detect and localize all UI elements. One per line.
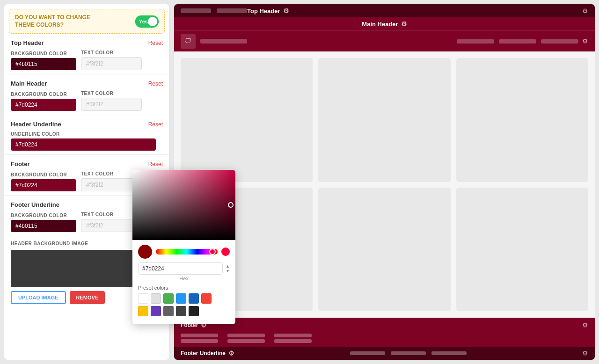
hue-slider[interactable] [156,249,218,255]
preview-nav-links [247,39,578,44]
footer-underline-section-title: Footer Underline [11,201,59,208]
main-header-gear-icon: ⚙ [401,20,407,28]
preset-lightgray[interactable] [151,293,161,304]
main-header-section: Main Header Reset BACKGROUND COLOR #7d02… [4,74,169,115]
hex-arrow-down[interactable]: ▼ [226,269,230,273]
header-underline-section-header: Header Underline Reset [11,121,163,128]
preview-main-header-title: Main Header ⚙ [362,20,407,28]
header-underline-color-field: UNDERLINE COLOR #7d0224 [11,131,163,151]
preview-top-header: Top Header ⚙ ⚙ [174,4,595,17]
footer-link-4 [227,339,265,343]
preview-card-2 [318,58,450,182]
top-header-reset-btn[interactable]: Reset [148,40,163,46]
preview-nav-placeholder [200,39,247,44]
top-header-bg-color-input[interactable]: #4b0115 [11,58,76,70]
footer-underline-right-gear: ⚙ [582,349,588,357]
preset-amber[interactable] [138,306,148,316]
picker-hex-input[interactable] [138,262,223,275]
main-header-text-label: TEXT COLOR [81,91,142,96]
footer-right-gear-icon: ⚙ [582,321,588,329]
preset-blue[interactable] [176,293,186,304]
preset-green[interactable] [163,293,174,304]
footer-section-header: Footer Reset [11,160,163,167]
hex-arrow-up[interactable]: ▲ [226,264,230,269]
top-header-color-row: BACKGROUND COLOR #4b0115 TEXT COLOR #f3f… [11,50,163,70]
preview-content [174,51,595,318]
remove-image-button[interactable]: REMOVE [70,291,105,304]
main-header-text-color-input[interactable]: #f3f2f2 [81,98,142,111]
preview-footer-col-2 [227,334,265,343]
footer-reset-btn[interactable]: Reset [148,161,163,167]
footer-bg-color-input[interactable]: #7d0224 [11,179,76,191]
hue-cursor [209,248,216,255]
theme-toggle-question: DO YOU WANT TO CHANGE THEME COLORS? [15,14,109,29]
color-spectrum[interactable] [132,170,235,240]
preview-nav-logo: 🛡 [181,34,196,49]
theme-toggle-switch[interactable]: Yes [135,15,159,28]
preview-footer-underline: Footer Underline ⚙ ⚙ [174,347,595,360]
footer-underline-bg-field: BACKGROUND COLOR #4b0115 [11,213,76,232]
preset-purple[interactable] [151,306,161,316]
nav-gear-icon: ⚙ [582,37,588,45]
top-header-section-header: Top Header Reset [11,39,163,46]
preset-darkblue[interactable] [189,293,199,304]
preset-colors-label: Preset colors [138,285,230,291]
preview-footer-col-3 [274,334,312,343]
preview-card-6 [456,188,588,312]
header-underline-section: Header Underline Reset UNDERLINE COLOR #… [4,115,169,155]
top-header-section: Top Header Reset BACKGROUND COLOR #4b011… [4,34,169,74]
footer-link-5 [274,334,312,337]
nav-link-1 [457,39,494,44]
preview-footer-cols [181,334,312,343]
preset-darkgray[interactable] [176,306,186,316]
theme-toggle-banner: DO YOU WANT TO CHANGE THEME COLORS? Yes [9,9,165,34]
main-header-bg-color-input[interactable]: #7d0224 [11,99,76,111]
color-picker-popup: ▲ ▼ Hex Preset colors [132,170,235,324]
picker-hex-arrows: ▲ ▼ [226,264,230,273]
preview-top-link-1 [181,8,211,13]
preview-footer-underline-title: Footer Underline ⚙ [181,349,234,357]
picker-hex-label: Hex [132,275,235,281]
toggle-label: Yes [139,19,148,24]
header-underline-reset-btn[interactable]: Reset [148,121,163,128]
upload-image-button[interactable]: UPLOAD IMAGE [11,291,66,304]
top-header-text-label: TEXT COLOR [81,50,142,55]
main-header-text-field: TEXT COLOR #f3f2f2 [81,91,142,111]
footer-link-6 [274,339,312,343]
main-header-section-header: Main Header Reset [11,80,163,87]
header-underline-title: Header Underline [11,121,61,128]
header-underline-color-label: UNDERLINE COLOR [11,131,163,137]
top-header-bg-label: BACKGROUND COLOR [11,51,76,56]
picker-controls [132,240,235,259]
preview-footer-wrapper: Footer ⚙ ⚙ [174,318,595,347]
preview-nav-bar: 🛡 ⚙ [174,30,595,51]
preview-card-5 [318,188,450,312]
preset-gray[interactable] [163,306,174,316]
top-header-title: Top Header [11,39,44,46]
preview-top-link-2 [217,8,247,13]
header-underline-color-input[interactable]: #7d0224 [11,138,156,151]
footer-underline-bg-color-input[interactable]: #4b0115 [11,220,76,232]
footer-ul-link-2 [391,351,426,355]
footer-ul-link-3 [431,351,467,355]
picker-hex-row: ▲ ▼ [132,259,235,275]
top-header-text-color-input[interactable]: #f3f2f2 [81,57,142,70]
preview-panel: Top Header ⚙ ⚙ Main Header ⚙ 🛡 ⚙ [174,4,595,360]
preset-black[interactable] [189,306,199,316]
nav-link-2 [499,39,536,44]
preset-white[interactable] [138,293,148,304]
top-header-right-gear-icon: ⚙ [582,7,588,15]
footer-section-title: Footer [11,160,29,167]
preview-footer-ul-links [350,351,467,355]
footer-underline-bg-label: BACKGROUND COLOR [11,213,76,218]
preset-red[interactable] [201,293,212,304]
opacity-dot [221,248,230,256]
main-header-title: Main Header [11,80,47,87]
picker-swatch [138,245,152,259]
main-header-reset-btn[interactable]: Reset [148,80,163,87]
preview-footer: Footer ⚙ ⚙ [174,318,595,347]
main-header-bg-label: BACKGROUND COLOR [11,92,76,97]
preview-card-1 [181,58,313,182]
preset-colors-row1 [138,293,230,304]
preset-colors-section: Preset colors [132,281,235,316]
